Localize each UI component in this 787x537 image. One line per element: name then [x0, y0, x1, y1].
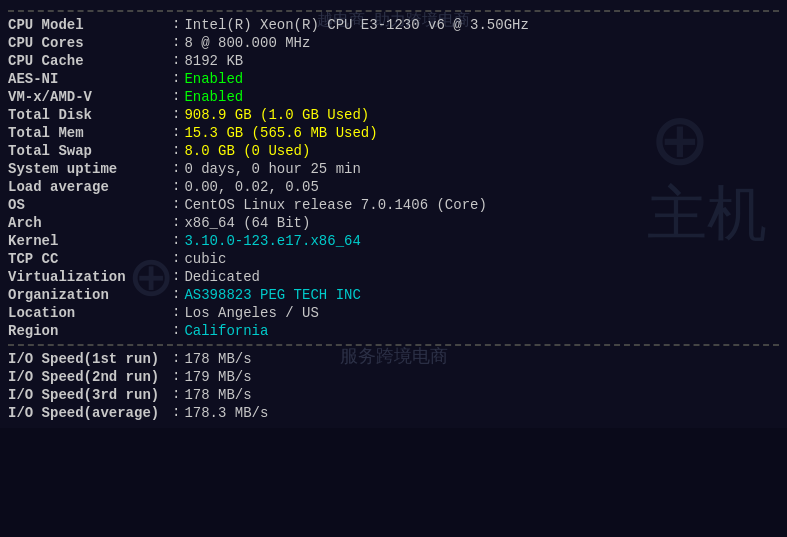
row-colon: : — [168, 34, 184, 52]
row-value: Los Angeles / US — [184, 304, 779, 322]
table-row: CPU Cache:8192 KB — [8, 52, 779, 70]
row-label: CPU Model — [8, 16, 168, 34]
terminal-container: 越电商 助力跨境电商 ⊕ ⊕ 主机 服务跨境电商 CPU Model:Intel… — [0, 0, 787, 428]
row-label: VM-x/AMD-V — [8, 88, 168, 106]
row-label: OS — [8, 196, 168, 214]
row-label: I/O Speed(3rd run) — [8, 386, 168, 404]
row-colon: : — [168, 70, 184, 88]
row-colon: : — [168, 16, 184, 34]
row-label: AES-NI — [8, 70, 168, 88]
table-row: Organization:AS398823 PEG TECH INC — [8, 286, 779, 304]
row-colon: : — [168, 404, 184, 422]
row-colon: : — [168, 368, 184, 386]
row-value: California — [184, 322, 779, 340]
row-colon: : — [168, 106, 184, 124]
table-row: Virtualization:Dedicated — [8, 268, 779, 286]
row-value: Intel(R) Xeon(R) CPU E3-1230 v6 @ 3.50GH… — [184, 16, 779, 34]
row-value: 178 MB/s — [184, 386, 779, 404]
watermark-bottom: 服务跨境电商 — [340, 344, 448, 368]
table-row: I/O Speed(2nd run):179 MB/s — [8, 368, 779, 386]
row-colon: : — [168, 142, 184, 160]
row-label: I/O Speed(2nd run) — [8, 368, 168, 386]
row-colon: : — [168, 52, 184, 70]
watermark-top: 越电商 助力跨境电商 — [317, 10, 471, 31]
row-colon: : — [168, 214, 184, 232]
row-colon: : — [168, 322, 184, 340]
row-label: I/O Speed(1st run) — [8, 350, 168, 368]
row-colon: : — [168, 160, 184, 178]
row-value: 179 MB/s — [184, 368, 779, 386]
table-row: Location:Los Angeles / US — [8, 304, 779, 322]
row-value: 8192 KB — [184, 52, 779, 70]
row-label: Total Disk — [8, 106, 168, 124]
row-label: Total Mem — [8, 124, 168, 142]
row-value: 178.3 MB/s — [184, 404, 779, 422]
watermark-globe-left: ⊕ — [130, 235, 172, 321]
row-value: AS398823 PEG TECH INC — [184, 286, 779, 304]
row-colon: : — [168, 178, 184, 196]
row-label: CPU Cache — [8, 52, 168, 70]
row-label: CPU Cores — [8, 34, 168, 52]
table-row: CPU Cores:8 @ 800.000 MHz — [8, 34, 779, 52]
row-colon: : — [168, 386, 184, 404]
row-value: Dedicated — [184, 268, 779, 286]
row-colon: : — [168, 124, 184, 142]
watermark-right-text: 主机 — [647, 174, 767, 255]
row-label: System uptime — [8, 160, 168, 178]
table-row: I/O Speed(average):178.3 MB/s — [8, 404, 779, 422]
row-label: Arch — [8, 214, 168, 232]
row-label: Total Swap — [8, 142, 168, 160]
table-row: I/O Speed(3rd run):178 MB/s — [8, 386, 779, 404]
row-colon: : — [168, 350, 184, 368]
row-colon: : — [168, 196, 184, 214]
row-label: I/O Speed(average) — [8, 404, 168, 422]
row-value: 8 @ 800.000 MHz — [184, 34, 779, 52]
row-label: Region — [8, 322, 168, 340]
row-label: Load average — [8, 178, 168, 196]
row-colon: : — [168, 88, 184, 106]
table-row: Region:California — [8, 322, 779, 340]
row-value: 178 MB/s — [184, 350, 779, 368]
